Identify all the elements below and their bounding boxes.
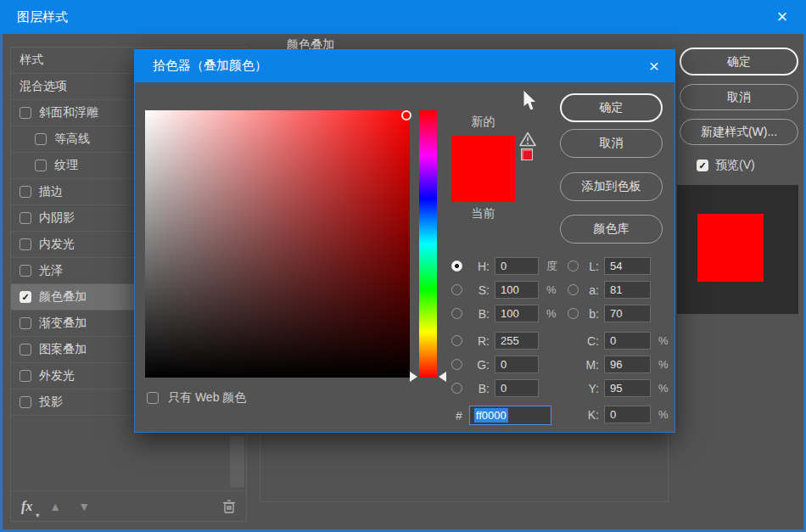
r-input[interactable] (495, 332, 539, 350)
c-input[interactable] (604, 332, 651, 350)
field-row-y: Y: % (568, 379, 669, 397)
hue-slider[interactable] (419, 110, 437, 378)
sidebar-item-label: 内发光 (39, 237, 75, 252)
field-label: B: (469, 382, 490, 395)
hue-slider-arrow-left[interactable] (410, 372, 417, 382)
picker-titlebar: 拾色器（叠加颜色） × (134, 49, 675, 82)
hex-value-selected: ff0000 (474, 408, 508, 423)
hex-hash-label: # (456, 409, 462, 423)
color-selection-ring[interactable] (401, 110, 411, 120)
k-input[interactable] (604, 406, 651, 423)
checkbox[interactable] (35, 133, 47, 145)
field-label: b: (579, 307, 599, 321)
checkbox[interactable] (20, 370, 31, 382)
picker-body: 新的 当前 确定 取消 添加到色板 颜色库 H: (134, 82, 675, 433)
checkbox[interactable] (20, 396, 31, 408)
m-input[interactable] (604, 356, 651, 373)
radio-b2[interactable] (451, 383, 462, 394)
sidebar-item-label: 描边 (39, 184, 63, 199)
g-input[interactable] (495, 356, 539, 373)
gamut-warning-icon[interactable] (519, 132, 536, 150)
color-libraries-button[interactable]: 颜色库 (560, 215, 663, 244)
field-unit: % (546, 283, 557, 296)
preview-checkbox-checked[interactable]: ✓ (697, 160, 708, 171)
hex-input[interactable]: ff0000 (469, 406, 551, 425)
close-icon[interactable]: × (767, 0, 798, 34)
web-colors-label: 只有 Web 颜色 (168, 390, 246, 406)
field-label: C: (579, 334, 599, 348)
field-label: R: (469, 334, 490, 348)
ok-button[interactable]: 确定 (680, 48, 798, 76)
move-effect-up-icon[interactable]: ▲ (49, 500, 61, 513)
radio-a[interactable] (568, 284, 579, 295)
field-row-g: G: (451, 356, 539, 373)
add-to-swatches-button[interactable]: 添加到色板 (560, 172, 663, 201)
field-label: B: (469, 307, 490, 321)
radio-r[interactable] (451, 335, 462, 346)
dialog-body: 样式 混合选项 斜面和浮雕 等高线 纹理 描边 内阴影 内发光 光泽 ✓颜色叠加… (0, 34, 806, 532)
web-color-warning-icon[interactable] (521, 148, 533, 160)
checkbox[interactable] (20, 186, 31, 198)
sidebar-item-label: 投影 (39, 395, 63, 410)
cancel-button[interactable]: 取消 (680, 84, 798, 110)
sidebar-item-label: 渐变叠加 (39, 316, 87, 331)
y-input[interactable] (604, 379, 651, 397)
radio-s[interactable] (451, 284, 462, 295)
picker-ok-button[interactable]: 确定 (560, 93, 663, 122)
picker-cancel-button[interactable]: 取消 (560, 129, 663, 158)
hex-field-row: # ff0000 (456, 406, 551, 425)
field-row-c: C: % (568, 332, 669, 350)
dialog-title: 图层样式 (17, 9, 68, 25)
sidebar-item-label: 斜面和浮雕 (39, 105, 98, 120)
field-row-b: B: % (451, 305, 557, 322)
picker-title: 拾色器（叠加颜色） (153, 58, 267, 74)
lab-b-input[interactable] (604, 305, 651, 322)
field-row-m: M: % (568, 356, 669, 373)
web-colors-only-toggle[interactable]: 只有 Web 颜色 (147, 390, 246, 406)
hue-slider-arrow-right[interactable] (439, 372, 446, 382)
b-input[interactable] (495, 305, 539, 322)
checkbox[interactable] (20, 238, 31, 250)
checkbox[interactable] (20, 317, 31, 329)
fx-icon[interactable]: fx▾ (21, 499, 32, 514)
radio-h-selected[interactable] (451, 260, 462, 272)
field-label: K: (579, 408, 599, 422)
sidebar-item-label: 纹理 (54, 158, 78, 173)
checkbox[interactable] (20, 265, 31, 277)
checkbox[interactable] (35, 160, 47, 171)
s-input[interactable] (495, 281, 539, 299)
move-effect-down-icon[interactable]: ▼ (78, 500, 90, 513)
sidebar-item-label: 颜色叠加 (39, 289, 87, 305)
h-input[interactable] (495, 257, 539, 275)
radio-b[interactable] (451, 308, 462, 319)
l-input[interactable] (604, 257, 651, 275)
radio-l[interactable] (568, 260, 579, 272)
field-label: Y: (579, 382, 599, 395)
fx-caret-icon: ▾ (36, 512, 39, 519)
sidebar-item-label: 混合选项 (20, 79, 67, 94)
a-input[interactable] (604, 281, 651, 299)
checkbox[interactable] (20, 107, 31, 119)
sidebar-item-label: 外发光 (39, 368, 75, 384)
field-unit: % (658, 358, 669, 371)
checkbox[interactable] (20, 212, 31, 224)
delete-effect-icon[interactable] (222, 499, 236, 514)
style-preview-panel (677, 185, 798, 314)
checkbox-checked[interactable]: ✓ (20, 291, 31, 303)
saturation-brightness-field[interactable] (145, 110, 410, 378)
picker-close-icon[interactable]: × (640, 49, 669, 82)
radio-g[interactable] (451, 359, 462, 370)
field-row-l: L: (568, 257, 651, 275)
b2-input[interactable] (495, 379, 539, 397)
preview-toggle[interactable]: ✓ 预览(V) (697, 158, 755, 173)
radio-lab-b[interactable] (568, 308, 579, 319)
sidebar-item-label: 光泽 (39, 263, 63, 278)
scrollbar-thumb[interactable] (230, 436, 244, 487)
new-style-button[interactable]: 新建样式(W)... (680, 119, 798, 145)
new-current-color-swatch (451, 136, 515, 202)
web-colors-checkbox[interactable] (147, 392, 159, 404)
field-row-r: R: (451, 332, 539, 350)
field-unit: % (658, 382, 669, 395)
checkbox[interactable] (20, 344, 31, 356)
sidebar-item-label: 等高线 (54, 132, 90, 147)
